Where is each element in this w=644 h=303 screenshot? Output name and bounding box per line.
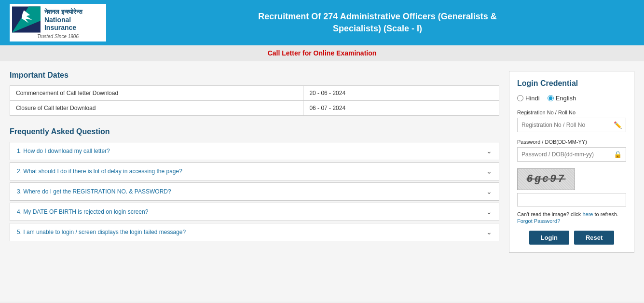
login-title: Login Credential xyxy=(517,79,626,88)
captcha-area: 6gc97 xyxy=(517,168,626,207)
captcha-image: 6gc97 xyxy=(517,168,575,190)
captcha-input[interactable] xyxy=(517,193,626,207)
sub-header-text: Call Letter for Online Examination xyxy=(268,49,377,57)
captcha-refresh-link[interactable]: here xyxy=(582,211,593,217)
pwd-label: Password / DOB(DD-MM-YY) xyxy=(517,139,626,145)
radio-hindi-text: Hindi xyxy=(525,95,540,102)
faq-item-1[interactable]: 1. How do I download my call letter? ⌄ xyxy=(10,142,499,160)
sub-header: Call Letter for Online Examination xyxy=(0,45,644,61)
login-panel: Login Credential Hindi English Registrat… xyxy=(509,71,634,253)
faq-item-3[interactable]: 3. Where do I get the REGISTRATION NO. &… xyxy=(10,182,499,201)
logo-area: नेशनल इन्श्योरेन्स National Insurance Tr… xyxy=(10,4,106,41)
left-panel: Important Dates Commencement of Call let… xyxy=(10,71,499,292)
logo-text-area: नेशनल इन्श्योरेन्स National Insurance xyxy=(44,8,104,31)
chevron-down-icon-1: ⌄ xyxy=(486,147,492,155)
radio-hindi-label[interactable]: Hindi xyxy=(517,95,540,102)
dates-table: Commencement of Call letter Download 20 … xyxy=(10,85,499,116)
captcha-refresh-text: Can't read the image? click here to refr… xyxy=(517,211,626,217)
date-value-1: 20 - 06 - 2024 xyxy=(303,86,499,101)
radio-english-label[interactable]: English xyxy=(548,95,576,102)
lock-icon: 🔒 xyxy=(610,151,626,158)
chevron-down-icon-2: ⌄ xyxy=(486,167,492,175)
main-content: Important Dates Commencement of Call let… xyxy=(0,61,644,302)
logo-tagline: Trusted Since 1906 xyxy=(37,34,79,39)
captcha-text: 6gc97 xyxy=(526,173,565,185)
faq-question-5: 5. I am unable to login / screen display… xyxy=(17,229,186,235)
faq-item-2[interactable]: 2. What should I do if there is lot of d… xyxy=(10,162,499,180)
header-title: Recruitment Of 274 Administrative Office… xyxy=(121,11,634,35)
language-radio-group: Hindi English xyxy=(517,95,626,102)
reg-input-wrapper: ✏️ xyxy=(517,118,626,132)
date-value-2: 06 - 07 - 2024 xyxy=(303,101,499,116)
chevron-down-icon-4: ⌄ xyxy=(486,208,492,216)
edit-icon: ✏️ xyxy=(610,121,626,129)
faq-item-4[interactable]: 4. My DATE OF BIRTH is rejected on login… xyxy=(10,203,499,221)
table-row: Commencement of Call letter Download 20 … xyxy=(10,86,499,101)
radio-hindi[interactable] xyxy=(517,95,523,101)
faq-question-4: 4. My DATE OF BIRTH is rejected on login… xyxy=(17,208,148,215)
faq-question-2: 2. What should I do if there is lot of d… xyxy=(17,168,182,175)
important-dates-title: Important Dates xyxy=(10,71,499,80)
radio-english[interactable] xyxy=(548,95,554,101)
logo-hindi-text: नेशनल इन्श्योरेन्स xyxy=(44,8,104,16)
faq-question-1: 1. How do I download my call letter? xyxy=(17,148,110,154)
faq-question-3: 3. Where do I get the REGISTRATION NO. &… xyxy=(17,188,171,195)
reg-label: Registration No / Roll No xyxy=(517,110,626,115)
logo-icon xyxy=(12,6,41,33)
button-group: Login Reset xyxy=(517,231,626,245)
chevron-down-icon-5: ⌄ xyxy=(486,228,492,236)
table-row: Closure of Call letter Download 06 - 07 … xyxy=(10,101,499,116)
logo-box: नेशनल इन्श्योरेन्स National Insurance Tr… xyxy=(10,4,106,41)
reg-input[interactable] xyxy=(518,118,610,132)
pwd-input-wrapper: 🔒 xyxy=(517,147,626,162)
reset-button[interactable]: Reset xyxy=(574,231,614,245)
faq-item-5[interactable]: 5. I am unable to login / screen display… xyxy=(10,223,499,241)
login-button[interactable]: Login xyxy=(529,231,569,245)
date-label-1: Commencement of Call letter Download xyxy=(10,86,303,101)
forgot-password-link[interactable]: Forgot Password? xyxy=(517,218,626,224)
date-label-2: Closure of Call letter Download xyxy=(10,101,303,116)
radio-english-text: English xyxy=(556,95,576,102)
faq-title: Frequently Asked Question xyxy=(10,127,499,136)
pwd-input[interactable] xyxy=(518,148,610,161)
logo-english-text: National Insurance xyxy=(44,16,104,31)
header: नेशनल इन्श्योरेन्स National Insurance Tr… xyxy=(0,0,644,45)
chevron-down-icon-3: ⌄ xyxy=(486,188,492,195)
